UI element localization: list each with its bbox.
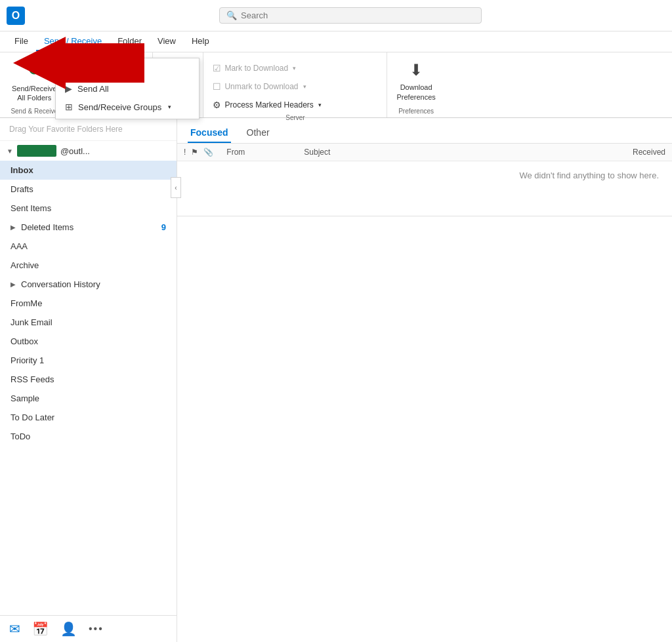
account-badge bbox=[17, 145, 56, 157]
send-all-icon: ▶ bbox=[65, 83, 72, 94]
context-menu-send-all[interactable]: ▶ Send All bbox=[56, 79, 199, 98]
folder-item-aaa[interactable]: AAA bbox=[0, 237, 177, 256]
mail-empty-message: We didn't find anything to show here. bbox=[177, 161, 672, 190]
account-header[interactable]: ▼ @outl... bbox=[0, 141, 177, 161]
nav-calendar-icon[interactable]: 📅 bbox=[32, 621, 49, 637]
ribbon-server-buttons: ☑ Mark to Download ▾ ☐ Unmark to Downloa… bbox=[207, 55, 383, 113]
folder-item-archive[interactable]: Archive bbox=[0, 256, 177, 275]
folder-item-todo[interactable]: ToDo bbox=[0, 427, 177, 446]
process-headers-icon: ⚙ bbox=[213, 100, 221, 110]
col-importance: ! bbox=[184, 148, 186, 157]
ribbon-prefs-buttons: ⬇ Download Preferences bbox=[391, 55, 440, 106]
folder-label: RSS Feeds bbox=[10, 374, 54, 384]
tab-focused[interactable]: Focused bbox=[188, 123, 231, 143]
process-headers-dropdown: ▾ bbox=[318, 102, 322, 108]
folder-label: Archive bbox=[10, 260, 39, 270]
mail-header-row: ! ⚑ 📎 From Subject Received bbox=[177, 144, 672, 161]
folder-item-todo-later[interactable]: To Do Later bbox=[0, 408, 177, 427]
sidebar-collapse-button[interactable]: ‹ bbox=[171, 177, 181, 198]
folder-label: Sample bbox=[10, 393, 39, 403]
account-name: @outl... bbox=[60, 146, 90, 156]
folder-item-sent-items[interactable]: Sent Items bbox=[0, 199, 177, 218]
expand-icon: ▶ bbox=[10, 224, 16, 231]
menu-item-view[interactable]: View bbox=[150, 32, 184, 51]
folder-item-sample[interactable]: Sample bbox=[0, 389, 177, 408]
download-prefs-icon: ⬇ bbox=[410, 60, 423, 80]
unmark-download-dropdown: ▾ bbox=[303, 83, 306, 90]
folder-label: Inbox bbox=[10, 165, 33, 175]
folder-label: AAA bbox=[10, 241, 28, 251]
folder-label: Junk Email bbox=[10, 317, 52, 327]
folder-item-conversation-history[interactable]: ▶ Conversation History bbox=[0, 275, 177, 294]
ribbon-group-server: ☑ Mark to Download ▾ ☐ Unmark to Downloa… bbox=[203, 52, 387, 117]
unmark-to-download-button[interactable]: ☐ Unmark to Download ▾ bbox=[207, 79, 383, 94]
menu-item-send-receive[interactable]: Send / Receive bbox=[36, 32, 110, 51]
nav-mail-icon[interactable]: ✉ bbox=[9, 621, 20, 637]
context-menu: ↻ Update Folder ▶ Send All ⊞ Send/Receiv… bbox=[55, 58, 200, 119]
folder-label: Priority 1 bbox=[10, 355, 44, 365]
unmark-download-icon: ☐ bbox=[213, 81, 221, 92]
ribbon-group-preferences: ⬇ Download Preferences Preferences bbox=[387, 52, 444, 117]
col-from: From bbox=[226, 148, 299, 157]
context-menu-send-receive-groups[interactable]: ⊞ Send/Receive Groups ▾ bbox=[56, 98, 199, 116]
menu-item-file[interactable]: File bbox=[7, 32, 36, 51]
title-bar: O 🔍 bbox=[0, 0, 672, 31]
nav-more-icon[interactable]: ••• bbox=[89, 623, 104, 635]
update-folder-icon: ↻ bbox=[65, 65, 73, 75]
mark-download-dropdown: ▾ bbox=[293, 65, 296, 71]
ribbon-group-label-preferences: Preferences bbox=[391, 106, 440, 117]
folder-label: To Do Later bbox=[10, 412, 54, 422]
nav-people-icon[interactable]: 👤 bbox=[60, 621, 77, 637]
ribbon-group-label-server: Server bbox=[207, 113, 383, 124]
mail-divider bbox=[177, 216, 672, 216]
sync-icon: ↻ bbox=[27, 59, 41, 81]
folder-label: Sent Items bbox=[10, 203, 51, 213]
col-attach: 📎 bbox=[203, 148, 213, 157]
mark-to-download-button[interactable]: ☑ Mark to Download ▾ bbox=[207, 60, 383, 76]
folder-item-deleted-items[interactable]: ▶ Deleted Items 9 bbox=[0, 218, 177, 237]
menu-item-folder[interactable]: Folder bbox=[110, 32, 150, 51]
deleted-items-badge: 9 bbox=[161, 222, 166, 232]
col-flag: ⚑ bbox=[191, 148, 198, 157]
dropdown-arrow: ▾ bbox=[168, 104, 171, 110]
folder-item-inbox[interactable]: Inbox bbox=[0, 161, 177, 180]
ribbon-group-send-receive: ↻ Send/Receive All Folders ↻ Update Fold… bbox=[3, 52, 67, 117]
menu-bar: File Send / Receive Folder View Help bbox=[0, 31, 672, 52]
main-layout: Drag Your Favorite Folders Here ▼ @outl.… bbox=[0, 118, 672, 642]
download-preferences-button[interactable]: ⬇ Download Preferences bbox=[391, 57, 440, 104]
col-subject: Subject bbox=[304, 148, 627, 157]
folder-item-fromme[interactable]: FromMe bbox=[0, 294, 177, 313]
ribbon-group-label-send-receive: Send & Receive bbox=[7, 106, 62, 117]
folder-label: ToDo bbox=[10, 431, 30, 441]
mail-area: Focused Other ! ⚑ 📎 From Subject Receive… bbox=[177, 118, 672, 642]
send-receive-groups-icon: ⊞ bbox=[65, 102, 73, 112]
folder-item-drafts[interactable]: Drafts bbox=[0, 180, 177, 199]
tab-other[interactable]: Other bbox=[244, 123, 272, 143]
sidebar-drag-hint: Drag Your Favorite Folders Here bbox=[0, 118, 177, 141]
outlook-logo: O bbox=[7, 7, 25, 25]
col-received: Received bbox=[633, 148, 665, 157]
folder-label: Deleted Items bbox=[21, 222, 74, 232]
folder-item-junk-email[interactable]: Junk Email bbox=[0, 313, 177, 332]
folder-label: Drafts bbox=[10, 184, 33, 194]
expand-icon: ▶ bbox=[10, 281, 16, 288]
folder-item-priority1[interactable]: Priority 1 bbox=[0, 351, 177, 370]
process-marked-headers-button[interactable]: ⚙ Process Marked Headers ▾ bbox=[207, 97, 383, 113]
sidebar: Drag Your Favorite Folders Here ▼ @outl.… bbox=[0, 118, 177, 642]
menu-item-help[interactable]: Help bbox=[184, 32, 217, 51]
ribbon-group-buttons: ↻ Send/Receive All Folders ↻ Update Fold… bbox=[7, 55, 62, 106]
folder-label: Conversation History bbox=[21, 279, 100, 289]
search-input[interactable] bbox=[241, 10, 474, 20]
folder-label: FromMe bbox=[10, 298, 42, 308]
context-menu-update-folder[interactable]: ↻ Update Folder bbox=[56, 61, 199, 79]
search-icon: 🔍 bbox=[226, 10, 237, 20]
account-chevron-down: ▼ bbox=[7, 148, 13, 155]
mark-download-icon: ☑ bbox=[213, 63, 221, 73]
folder-item-rss-feeds[interactable]: RSS Feeds bbox=[0, 370, 177, 389]
sidebar-bottom-nav: ✉ 📅 👤 ••• bbox=[0, 615, 177, 642]
folder-label: Outbox bbox=[10, 336, 38, 346]
ribbon: ↻ Send/Receive All Folders ↻ Update Fold… bbox=[0, 52, 672, 118]
folder-item-outbox[interactable]: Outbox bbox=[0, 332, 177, 351]
search-bar[interactable]: 🔍 bbox=[219, 7, 482, 24]
send-receive-all-folders-button[interactable]: ↻ Send/Receive All Folders bbox=[7, 57, 62, 104]
